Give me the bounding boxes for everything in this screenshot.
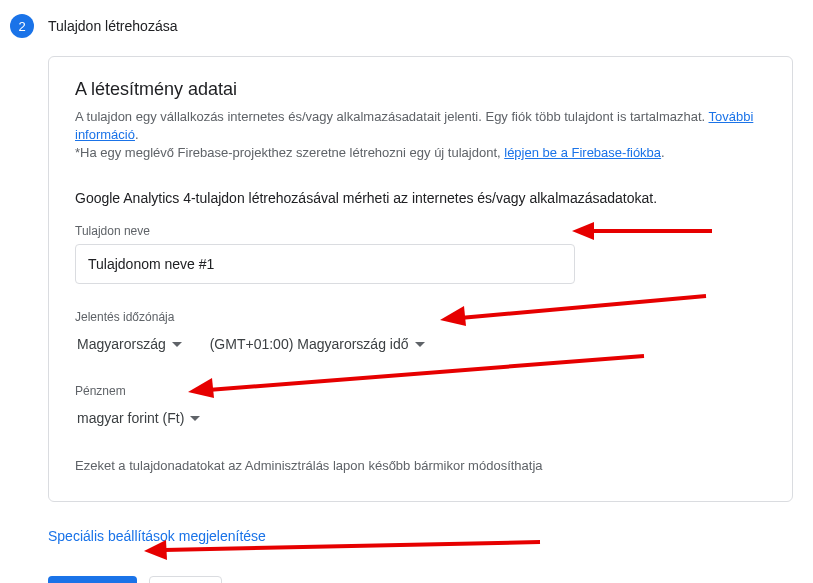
desc-text-2b: . xyxy=(661,145,665,160)
chevron-down-icon xyxy=(190,416,200,421)
chevron-down-icon xyxy=(415,342,425,347)
chevron-down-icon xyxy=(172,342,182,347)
timezone-country-dropdown[interactable]: Magyarország xyxy=(75,330,184,358)
card-description: A tulajdon egy vállalkozás internetes és… xyxy=(75,108,766,162)
firebase-login-link[interactable]: lépjen be a Firebase-fiókba xyxy=(504,145,661,160)
currency-label: Pénznem xyxy=(75,384,766,398)
timezone-value: (GMT+01:00) Magyarország idő xyxy=(210,336,409,352)
desc-text-1: A tulajdon egy vállalkozás internetes és… xyxy=(75,109,709,124)
timezone-label: Jelentés időzónája xyxy=(75,310,766,324)
desc-text-1b: . xyxy=(135,127,139,142)
desc-text-2: *Ha egy meglévő Firebase-projekthez szer… xyxy=(75,145,504,160)
timezone-country-value: Magyarország xyxy=(77,336,166,352)
timezone-value-dropdown[interactable]: (GMT+01:00) Magyarország idő xyxy=(208,330,427,358)
admin-note: Ezeket a tulajdonadatokat az Adminisztrá… xyxy=(75,458,766,473)
section-intro: Google Analytics 4-tulajdon létrehozásáv… xyxy=(75,190,766,206)
card-title: A létesítmény adatai xyxy=(75,79,766,100)
step-number-badge: 2 xyxy=(10,14,34,38)
currency-dropdown[interactable]: magyar forint (Ft) xyxy=(75,404,202,432)
prev-button[interactable]: Előző xyxy=(149,576,222,583)
advanced-settings-link[interactable]: Speciális beállítások megjelenítése xyxy=(48,528,266,544)
property-name-label: Tulajdon neve xyxy=(75,224,766,238)
step-title: Tulajdon létrehozása xyxy=(48,18,177,34)
property-details-card: A létesítmény adatai A tulajdon egy váll… xyxy=(48,56,793,502)
currency-value: magyar forint (Ft) xyxy=(77,410,184,426)
property-name-input[interactable] xyxy=(75,244,575,284)
next-button[interactable]: Tovább xyxy=(48,576,137,583)
